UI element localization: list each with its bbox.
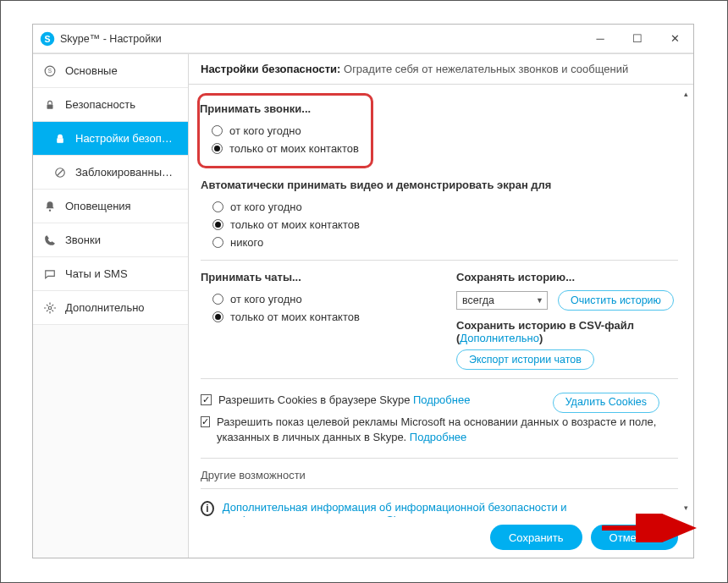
scroll-up-icon[interactable]: ▴ [680,88,692,100]
content: Настройки безопасности: Оградите себя от… [189,54,693,558]
sidebar-item-notifications[interactable]: Оповещения [33,190,188,223]
sidebar-item-security[interactable]: Безопасность [33,88,188,122]
chats-anyone-radio[interactable]: от кого угодно [201,290,422,308]
content-scroll: Принимать звонки... от кого угодно тольк… [189,85,693,517]
settings-window: S Skype™ - Настройки ─ ☐ ✕ S Основные Бе… [32,24,694,558]
sidebar-item-label: Оповещения [65,200,178,212]
other-title: Другие возможности [201,469,678,481]
cookies-more-link[interactable]: Подробнее [413,393,470,406]
svg-rect-5 [58,138,63,142]
annotation-arrow-icon [598,514,700,542]
skype-logo-icon: S [40,31,55,47]
divider [201,378,678,379]
svg-rect-4 [47,104,53,108]
divider [201,260,678,261]
chats-contacts-radio[interactable]: только от моих контактов [201,308,422,326]
cookies-row-1: Разрешить Cookies в браузере Skype Подро… [201,389,678,411]
svg-point-8 [49,209,51,211]
sidebar-item-advanced[interactable]: Дополнительно [33,291,188,325]
video-anyone-radio[interactable]: от кого угодно [201,198,678,216]
history-col: Сохранять историю... всегда ▼ Очистить и… [456,271,678,370]
svg-line-7 [58,169,63,175]
radio-label: только от моих контактов [229,142,359,155]
calls-anyone-radio[interactable]: от кого угодно [200,122,361,140]
header-title: Настройки безопасности: [201,63,340,75]
radio-icon [212,237,223,248]
history-select[interactable]: всегда ▼ [456,291,548,310]
sidebar-item-general[interactable]: S Основные [33,54,188,88]
radio-label: только от моих контактов [230,311,360,323]
calls-contacts-radio[interactable]: только от моих контактов [200,140,361,157]
delete-cookies-button[interactable]: Удалить Cookies [553,393,659,413]
ads-row: Разрешить показ целевой рекламы Microsof… [201,411,678,448]
calls-title: Принимать звонки... [200,102,361,115]
radio-icon [212,125,223,136]
callout-highlight: Принимать звонки... от кого угодно тольк… [197,93,373,168]
sidebar-item-calls[interactable]: Звонки [33,223,188,257]
video-title: Автоматически принимать видео и демонстр… [201,179,678,191]
divider [201,488,678,489]
sidebar-item-blocked[interactable]: Заблокированные по... [33,156,188,190]
video-contacts-radio[interactable]: только от моих контактов [201,216,678,234]
divider [201,458,678,459]
radio-icon [212,143,223,154]
ads-checkbox[interactable] [201,416,210,427]
svg-text:S: S [44,33,50,43]
sidebar-item-label: Безопасность [65,98,178,111]
sidebar-item-label: Настройки безопасно... [75,132,178,145]
radio-label: от кого угодно [229,124,301,137]
footer: Сохранить Отменить [189,517,693,558]
select-value: всегда [462,294,494,306]
info-icon: i [201,501,214,516]
scroll-track[interactable] [680,100,692,502]
clear-history-button[interactable]: Очистить историю [558,290,674,311]
save-button[interactable]: Сохранить [490,525,582,550]
titlebar: S Skype™ - Настройки ─ ☐ ✕ [33,25,693,53]
scroll-down-icon[interactable]: ▾ [680,502,692,514]
gear-icon [43,301,57,315]
close-button[interactable]: ✕ [656,25,693,52]
ads-more-link[interactable]: Подробнее [410,431,466,443]
radio-label: от кого угодно [230,293,302,305]
radio-icon [212,294,223,305]
chevron-down-icon: ▼ [536,296,543,305]
radio-label: от кого угодно [230,201,302,213]
window-body: S Основные Безопасность Настройки безопа… [33,53,693,558]
sidebar-item-label: Чаты и SMS [65,267,178,280]
two-col-section: Принимать чаты... от кого угодно только … [201,271,678,370]
sidebar-item-chats[interactable]: Чаты и SMS [33,257,188,291]
history-title: Сохранять историю... [456,271,678,283]
bell-icon [43,200,57,213]
video-nobody-radio[interactable]: никого [201,234,678,251]
cookies-checkbox[interactable] [201,394,212,405]
scrollbar[interactable]: ▴ ▾ [680,88,692,514]
block-icon [53,166,67,179]
sidebar-item-label: Дополнительно [65,301,178,314]
skype-icon: S [43,64,57,78]
radio-label: только от моих контактов [230,218,360,231]
svg-text:S: S [48,68,52,74]
export-history-button[interactable]: Экспорт истории чатов [456,349,594,370]
chats-col: Принимать чаты... от кого угодно только … [201,271,422,370]
svg-point-9 [48,306,52,310]
radio-icon [212,311,223,322]
csv-label: Сохранить историю в CSV-файл (Дополнител… [456,319,678,344]
sidebar-item-label: Заблокированные по... [75,166,178,179]
lock-icon [43,98,57,112]
window-title: Skype™ - Настройки [60,33,582,45]
radio-icon [212,219,223,230]
csv-more-link[interactable]: Дополнительно [460,332,539,344]
lock-icon [53,132,67,146]
sidebar: S Основные Безопасность Настройки безопа… [33,54,189,558]
radio-label: никого [230,236,263,249]
cookies-label: Разрешить Cookies в браузере Skype Подро… [218,393,470,408]
radio-icon [212,201,223,212]
maximize-button[interactable]: ☐ [619,25,656,52]
sidebar-item-label: Звонки [65,234,178,246]
minimize-button[interactable]: ─ [582,25,619,52]
chat-icon [43,267,57,281]
sidebar-item-label: Основные [65,64,178,77]
header-subtitle: Оградите себя от нежелательных звонков и… [344,63,628,75]
sidebar-item-security-settings[interactable]: Настройки безопасно... [33,122,188,156]
chats-title: Принимать чаты... [201,271,422,283]
